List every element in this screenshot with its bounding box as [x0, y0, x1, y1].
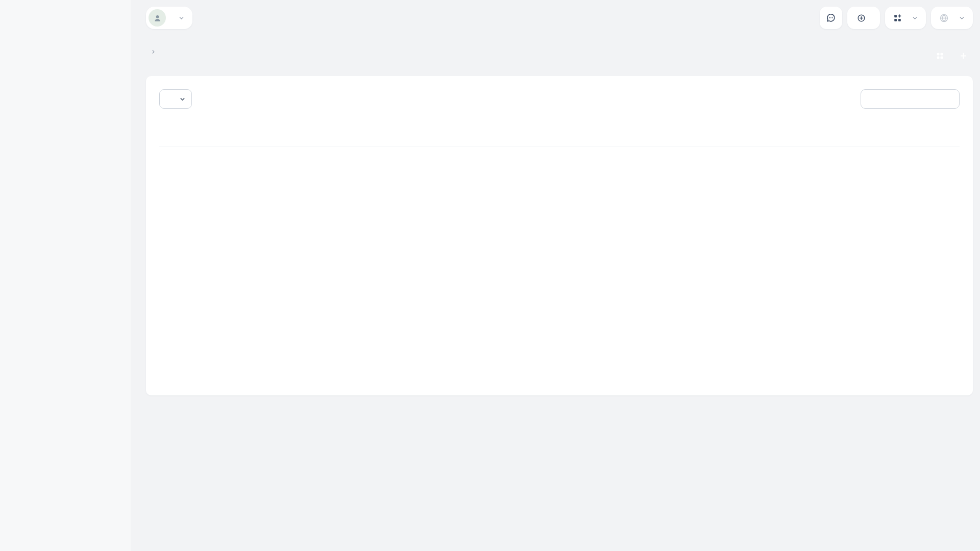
account-workspace-selector[interactable] [885, 7, 926, 29]
topbar [146, 7, 973, 29]
plus-circle-icon [856, 13, 866, 23]
workspace-selector[interactable] [146, 7, 192, 29]
page-size-controls [159, 89, 199, 109]
page-head-left [146, 44, 161, 55]
messages-button[interactable] [820, 7, 842, 29]
sidebar [0, 0, 131, 551]
globe-icon [939, 13, 949, 23]
main-area [131, 0, 980, 551]
grid-plus-icon [893, 13, 902, 23]
grid-icon [936, 52, 944, 60]
chat-bubble-icon [825, 12, 837, 23]
language-selector[interactable] [931, 7, 973, 29]
chevron-right-icon [151, 49, 156, 55]
add-file-button[interactable] [953, 46, 973, 65]
app-logo [34, 13, 131, 34]
entries-per-page-select[interactable] [159, 89, 192, 109]
logo-dot-icon [28, 22, 32, 26]
create-workspace-button[interactable] [847, 7, 880, 29]
chevron-down-icon [959, 15, 965, 21]
grid-view-button[interactable] [930, 46, 949, 65]
page-head-actions [930, 46, 973, 65]
page-head [146, 44, 973, 65]
plus-icon [959, 52, 968, 60]
message-count-badge [835, 4, 845, 13]
topbar-actions [820, 7, 973, 29]
table-header-row [159, 123, 960, 146]
breadcrumb [146, 49, 161, 55]
person-icon [153, 13, 162, 23]
files-table-card [146, 76, 973, 395]
table-controls [159, 89, 960, 109]
chevron-down-icon [912, 15, 918, 21]
chevron-down-icon [179, 96, 186, 103]
avatar [149, 9, 166, 27]
search-input[interactable] [861, 89, 960, 109]
chevron-down-icon [178, 15, 185, 21]
